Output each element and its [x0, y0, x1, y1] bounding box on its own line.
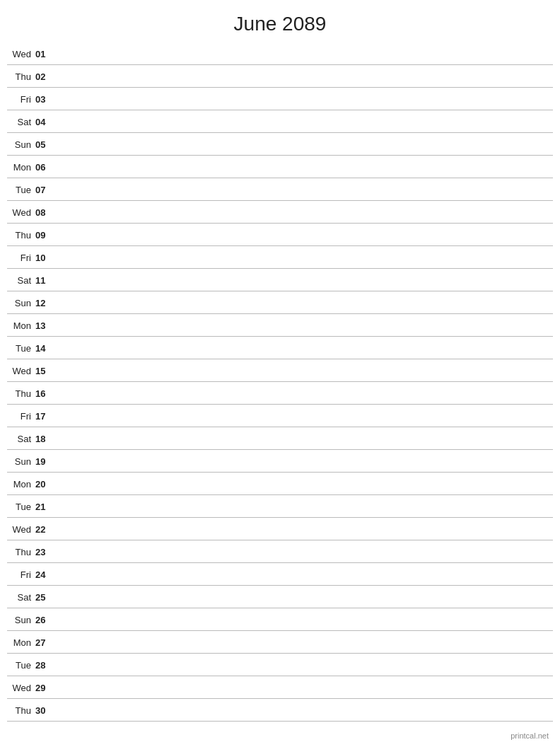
- day-name: Mon: [7, 479, 35, 490]
- day-name: Sat: [7, 275, 35, 286]
- day-name: Tue: [7, 343, 35, 354]
- day-row: Thu16: [7, 382, 553, 405]
- day-line: [55, 416, 553, 417]
- day-number: 14: [35, 343, 55, 354]
- day-row: Thu02: [7, 65, 553, 88]
- day-row: Wed01: [7, 42, 553, 65]
- day-line: [55, 235, 553, 236]
- day-row: Sat18: [7, 427, 553, 450]
- day-name: Thu: [7, 547, 35, 557]
- day-name: Wed: [7, 524, 35, 535]
- day-row: Sat04: [7, 110, 553, 133]
- day-row: Wed29: [7, 676, 553, 699]
- day-name: Sat: [7, 117, 35, 127]
- day-number: 25: [35, 592, 55, 603]
- day-name: Mon: [7, 320, 35, 331]
- day-number: 01: [35, 49, 55, 59]
- day-name: Wed: [7, 366, 35, 376]
- day-line: [55, 54, 553, 54]
- day-number: 18: [35, 434, 55, 444]
- day-line: [55, 122, 553, 122]
- day-number: 16: [35, 388, 55, 399]
- day-name: Sat: [7, 434, 35, 444]
- day-name: Sat: [7, 592, 35, 603]
- day-row: Sat11: [7, 269, 553, 291]
- day-number: 28: [35, 660, 55, 671]
- day-row: Fri17: [7, 405, 553, 427]
- day-row: Tue21: [7, 495, 553, 518]
- day-row: Tue14: [7, 337, 553, 359]
- day-line: [55, 484, 553, 485]
- day-name: Sun: [7, 615, 35, 625]
- day-number: 07: [35, 185, 55, 195]
- day-number: 19: [35, 456, 55, 467]
- day-name: Mon: [7, 162, 35, 173]
- day-row: Sun12: [7, 291, 553, 314]
- day-number: 08: [35, 207, 55, 218]
- day-row: Sun05: [7, 133, 553, 156]
- day-line: [55, 325, 553, 326]
- day-number: 13: [35, 320, 55, 331]
- day-line: [55, 348, 553, 349]
- day-number: 10: [35, 253, 55, 263]
- day-number: 06: [35, 162, 55, 173]
- day-number: 30: [35, 705, 55, 716]
- day-number: 11: [35, 275, 55, 286]
- day-name: Thu: [7, 71, 35, 82]
- day-line: [55, 642, 553, 643]
- day-name: Thu: [7, 388, 35, 399]
- day-line: [55, 371, 553, 371]
- day-number: 24: [35, 569, 55, 580]
- page-title: June 2089: [0, 0, 560, 42]
- day-name: Thu: [7, 230, 35, 241]
- day-name: Mon: [7, 637, 35, 648]
- day-line: [55, 212, 553, 213]
- day-row: Fri24: [7, 563, 553, 586]
- day-name: Sun: [7, 456, 35, 467]
- day-number: 29: [35, 683, 55, 693]
- day-number: 09: [35, 230, 55, 241]
- day-row: Thu23: [7, 540, 553, 563]
- day-line: [55, 76, 553, 77]
- day-name: Wed: [7, 683, 35, 693]
- day-name: Fri: [7, 253, 35, 263]
- day-name: Tue: [7, 660, 35, 671]
- day-row: Fri03: [7, 88, 553, 110]
- day-row: Sat25: [7, 586, 553, 608]
- day-row: Thu09: [7, 224, 553, 246]
- day-number: 05: [35, 139, 55, 150]
- day-line: [55, 552, 553, 552]
- day-line: [55, 303, 553, 303]
- day-row: Wed22: [7, 518, 553, 540]
- day-line: [55, 620, 553, 620]
- day-row: Fri10: [7, 246, 553, 269]
- calendar-grid: Wed01Thu02Fri03Sat04Sun05Mon06Tue07Wed08…: [0, 42, 560, 722]
- day-number: 26: [35, 615, 55, 625]
- day-number: 20: [35, 479, 55, 490]
- day-name: Thu: [7, 705, 35, 716]
- day-name: Sun: [7, 298, 35, 308]
- day-number: 17: [35, 411, 55, 422]
- day-row: Mon06: [7, 156, 553, 178]
- day-line: [55, 529, 553, 530]
- day-row: Thu30: [7, 699, 553, 722]
- day-row: Wed08: [7, 201, 553, 224]
- day-number: 03: [35, 94, 55, 105]
- day-name: Wed: [7, 49, 35, 59]
- day-row: Mon27: [7, 631, 553, 654]
- day-line: [55, 688, 553, 688]
- day-line: [55, 597, 553, 598]
- day-number: 21: [35, 502, 55, 512]
- day-name: Wed: [7, 207, 35, 218]
- day-line: [55, 665, 553, 666]
- day-number: 22: [35, 524, 55, 535]
- day-line: [55, 506, 553, 507]
- day-number: 23: [35, 547, 55, 557]
- day-name: Fri: [7, 411, 35, 422]
- day-line: [55, 439, 553, 439]
- day-row: Mon13: [7, 314, 553, 337]
- day-row: Wed15: [7, 359, 553, 382]
- day-number: 12: [35, 298, 55, 308]
- day-line: [55, 190, 553, 190]
- footer-text: printcal.net: [511, 731, 549, 740]
